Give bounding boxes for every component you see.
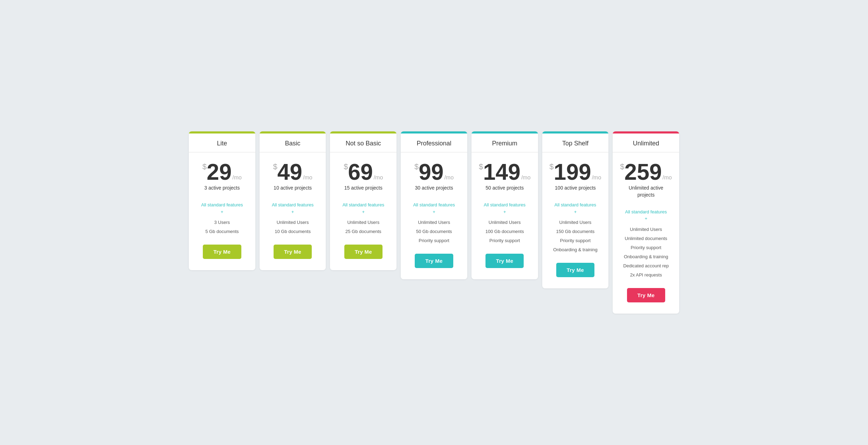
try-me-button-lite[interactable]: Try Me: [203, 245, 241, 259]
plan-card-unlimited: Unlimited$259/moUnlimited active project…: [613, 131, 679, 313]
plan-card-lite: Lite$29/mo3 active projectsAll standard …: [189, 131, 255, 270]
price-per-mo-lite: /mo: [232, 175, 242, 180]
features-block-lite: All standard features +3 Users5 Gb docum…: [189, 194, 255, 239]
price-block-not-so-basic: $69/mo15 active projects: [336, 152, 391, 194]
features-block-top-shelf: All standard features +Unlimited Users15…: [542, 194, 609, 257]
price-per-mo-not-so-basic: /mo: [374, 175, 383, 180]
price-projects-premium: 50 active projects: [481, 183, 528, 192]
btn-wrapper-top-shelf: Try Me: [542, 257, 609, 277]
btn-wrapper-lite: Try Me: [189, 239, 255, 259]
plan-card-not-so-basic: Not so Basic$69/mo15 active projectsAll …: [330, 131, 397, 270]
price-dollar-premium: $: [479, 163, 483, 171]
feature-item: Unlimited Users: [334, 218, 392, 227]
price-projects-not-so-basic: 15 active projects: [340, 183, 387, 192]
price-row-unlimited: $259/mo: [620, 161, 672, 183]
standard-features-professional: All standard features +: [405, 201, 463, 215]
plan-card-top-shelf: Top Shelf$199/mo100 active projectsAll s…: [542, 131, 609, 288]
price-row-top-shelf: $199/mo: [550, 161, 601, 183]
features-block-not-so-basic: All standard features +Unlimited Users25…: [330, 194, 397, 239]
try-me-button-unlimited[interactable]: Try Me: [627, 288, 665, 302]
feature-item: Priority support: [476, 236, 534, 245]
extra-features-basic: Unlimited Users10 Gb documents: [264, 218, 322, 236]
try-me-button-top-shelf[interactable]: Try Me: [556, 263, 594, 277]
extra-features-top-shelf: Unlimited Users150 Gb documentsPriority …: [546, 218, 605, 254]
price-row-professional: $99/mo: [414, 161, 454, 183]
standard-features-unlimited: All standard features +: [617, 208, 675, 222]
price-dollar-lite: $: [202, 163, 207, 171]
extra-features-not-so-basic: Unlimited Users25 Gb documents: [334, 218, 392, 236]
try-me-button-basic[interactable]: Try Me: [274, 245, 312, 259]
standard-features-top-shelf: All standard features +: [546, 201, 605, 215]
feature-item: Unlimited Users: [476, 218, 534, 227]
price-dollar-unlimited: $: [620, 163, 624, 171]
price-projects-basic: 10 active projects: [269, 183, 316, 192]
plan-name-basic: Basic: [281, 134, 305, 152]
try-me-button-premium[interactable]: Try Me: [485, 254, 524, 268]
price-per-mo-unlimited: /mo: [662, 175, 672, 180]
feature-item: 3 Users: [193, 218, 251, 227]
price-per-mo-professional: /mo: [444, 175, 454, 180]
feature-item: 5 Gb documents: [193, 227, 251, 236]
plan-name-premium: Premium: [488, 134, 522, 152]
extra-features-premium: Unlimited Users100 Gb documentsPriority …: [476, 218, 534, 245]
price-dollar-basic: $: [273, 163, 277, 171]
price-block-premium: $149/mo50 active projects: [475, 152, 535, 194]
price-amount-unlimited: 259: [625, 161, 662, 183]
price-dollar-top-shelf: $: [550, 163, 554, 171]
price-block-unlimited: $259/moUnlimited active projects: [613, 152, 679, 201]
plan-card-premium: Premium$149/mo50 active projectsAll stan…: [471, 131, 538, 279]
feature-item: Priority support: [617, 243, 675, 252]
plan-name-unlimited: Unlimited: [629, 134, 663, 152]
plan-name-not-so-basic: Not so Basic: [342, 134, 385, 152]
standard-features-basic: All standard features +: [264, 201, 322, 215]
features-block-basic: All standard features +Unlimited Users10…: [260, 194, 326, 239]
price-projects-unlimited: Unlimited active projects: [617, 183, 675, 198]
try-me-button-not-so-basic[interactable]: Try Me: [344, 245, 383, 259]
feature-item: 2x API requests: [617, 271, 675, 280]
price-amount-professional: 99: [419, 161, 443, 183]
feature-item: 25 Gb documents: [334, 227, 392, 236]
price-block-professional: $99/mo30 active projects: [407, 152, 462, 194]
features-block-premium: All standard features +Unlimited Users10…: [471, 194, 538, 248]
standard-features-not-so-basic: All standard features +: [334, 201, 392, 215]
feature-item: Unlimited Users: [405, 218, 463, 227]
standard-features-lite: All standard features +: [193, 201, 251, 215]
plan-name-top-shelf: Top Shelf: [558, 134, 593, 152]
try-me-button-professional[interactable]: Try Me: [415, 254, 453, 268]
feature-item: Onboarding & training: [617, 252, 675, 261]
extra-features-professional: Unlimited Users50 Gb documentsPriority s…: [405, 218, 463, 245]
plan-name-lite: Lite: [213, 134, 231, 152]
price-projects-top-shelf: 100 active projects: [551, 183, 600, 192]
features-block-professional: All standard features +Unlimited Users50…: [401, 194, 467, 248]
price-block-basic: $49/mo10 active projects: [265, 152, 320, 194]
pricing-container: Lite$29/mo3 active projectsAll standard …: [189, 131, 679, 313]
price-dollar-professional: $: [414, 163, 419, 171]
price-row-not-so-basic: $69/mo: [344, 161, 383, 183]
btn-wrapper-premium: Try Me: [471, 248, 538, 268]
price-amount-not-so-basic: 69: [348, 161, 373, 183]
feature-item: Priority support: [546, 236, 605, 245]
plan-card-professional: Professional$99/mo30 active projectsAll …: [401, 131, 467, 279]
btn-wrapper-professional: Try Me: [401, 248, 467, 268]
price-amount-lite: 29: [207, 161, 232, 183]
btn-wrapper-not-so-basic: Try Me: [330, 239, 397, 259]
feature-item: 50 Gb documents: [405, 227, 463, 236]
extra-features-unlimited: Unlimited UsersUnlimited documentsPriori…: [617, 225, 675, 280]
price-projects-professional: 30 active projects: [411, 183, 457, 192]
plan-card-basic: Basic$49/mo10 active projectsAll standar…: [260, 131, 326, 270]
price-per-mo-premium: /mo: [521, 175, 531, 180]
plan-name-professional: Professional: [412, 134, 455, 152]
price-amount-premium: 149: [483, 161, 521, 183]
price-block-top-shelf: $199/mo100 active projects: [545, 152, 606, 194]
btn-wrapper-basic: Try Me: [260, 239, 326, 259]
extra-features-lite: 3 Users5 Gb documents: [193, 218, 251, 236]
price-block-lite: $29/mo3 active projects: [196, 152, 248, 194]
standard-features-premium: All standard features +: [476, 201, 534, 215]
btn-wrapper-unlimited: Try Me: [613, 282, 679, 302]
feature-item: 150 Gb documents: [546, 227, 605, 236]
price-per-mo-top-shelf: /mo: [592, 175, 601, 180]
price-row-premium: $149/mo: [479, 161, 531, 183]
feature-item: 10 Gb documents: [264, 227, 322, 236]
price-per-mo-basic: /mo: [303, 175, 312, 180]
feature-item: Unlimited documents: [617, 234, 675, 243]
